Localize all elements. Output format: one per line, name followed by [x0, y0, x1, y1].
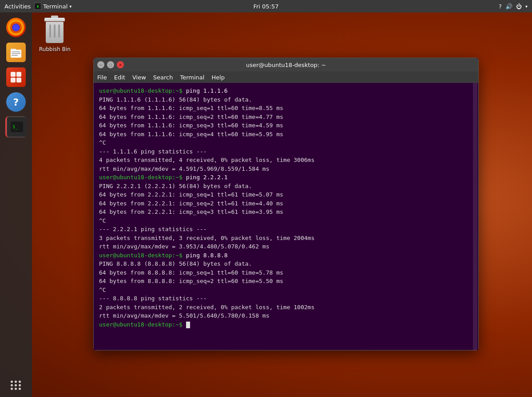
svg-rect-8: [12, 55, 18, 56]
topbar: Activities ▮ Terminal ▾ Fri 05:57 ? 🔊 ⏻ …: [0, 0, 532, 12]
window-controls: ─ □ ✕: [97, 61, 124, 68]
maximize-button[interactable]: □: [107, 61, 114, 68]
files-icon: [6, 43, 26, 62]
terminal-line-26: 2 packets transmitted, 2 received, 0% pa…: [99, 303, 473, 312]
activities-button[interactable]: Activities: [4, 3, 31, 10]
terminal-titlebar: ─ □ ✕ user@ubuntu18-desktop: ~: [94, 58, 478, 71]
app-menu-label: Terminal: [43, 3, 67, 10]
topbar-right: ? 🔊 ⏻ ▾: [499, 3, 528, 10]
terminal-line-6: 64 bytes from 1.1.1.6: icmp_seq=4 ttl=60…: [99, 130, 473, 139]
terminal-app-icon: ▮: [34, 3, 41, 10]
terminal-line-11: user@ubuntu18-desktop:~$ ping 2.2.2.1: [99, 173, 473, 182]
show-apps-button[interactable]: [11, 381, 21, 390]
terminal-line-16: ^C: [99, 216, 473, 225]
menu-view[interactable]: View: [132, 74, 146, 81]
svg-rect-7: [12, 53, 20, 54]
menu-search[interactable]: Search: [153, 74, 173, 81]
sidebar-item-firefox[interactable]: [5, 17, 27, 38]
terminal-title: user@ubuntu18-desktop: ~: [246, 62, 326, 68]
svg-text:$_: $_: [12, 124, 18, 130]
terminal-line-13: 64 bytes from 2.2.2.1: icmp_seq=1 ttl=61…: [99, 190, 473, 199]
volume-icon[interactable]: 🔊: [505, 3, 512, 10]
terminal-line-9: 4 packets transmitted, 4 received, 0% pa…: [99, 156, 473, 165]
terminal-line-23: 64 bytes from 8.8.8.8: icmp_seq=2 ttl=60…: [99, 277, 473, 286]
svg-rect-6: [12, 51, 20, 52]
terminal-line-17: --- 2.2.2.1 ping statistics ---: [99, 225, 473, 234]
terminal-line-2: PING 1.1.1.6 (1.1.1.6) 56(84) bytes of d…: [99, 95, 473, 104]
rubbish-bin-icon: [42, 18, 67, 44]
terminal-line-10: rtt min/avg/max/mdev = 4.591/5.969/8.559…: [99, 165, 473, 173]
bin-body: [46, 22, 64, 43]
svg-rect-12: [16, 78, 21, 83]
bin-stripe: [58, 24, 60, 38]
terminal-line-24: ^C: [99, 286, 473, 295]
topbar-clock: Fri 05:57: [253, 3, 278, 10]
svg-rect-9: [11, 72, 16, 77]
power-chevron[interactable]: ▾: [525, 4, 528, 9]
terminal-line-20: user@ubuntu18-desktop:~$ ping 8.8.8.8: [99, 251, 473, 260]
sidebar: ? $_: [0, 12, 32, 397]
terminal-line-22: 64 bytes from 8.8.8.8: icmp_seq=1 ttl=60…: [99, 268, 473, 277]
menu-help[interactable]: Help: [211, 74, 225, 81]
terminal-line-15: 64 bytes from 2.2.2.1: icmp_seq=3 ttl=61…: [99, 208, 473, 216]
sidebar-item-terminal[interactable]: $_: [5, 116, 27, 138]
svg-rect-10: [16, 72, 21, 77]
minimize-button[interactable]: ─: [97, 61, 104, 68]
terminal-last-line: user@ubuntu18-desktop:~$: [99, 320, 473, 329]
terminal-cursor: [186, 322, 190, 328]
appstore-icon: [6, 67, 26, 87]
terminal-line-4: 64 bytes from 1.1.1.6: icmp_seq=2 ttl=60…: [99, 113, 473, 122]
terminal-line-8: --- 1.1.1.6 ping statistics ---: [99, 147, 473, 156]
bin-lid: [44, 18, 65, 21]
terminal-line-3: 64 bytes from 1.1.1.6: icmp_seq=1 ttl=60…: [99, 104, 473, 113]
question-icon[interactable]: ?: [499, 3, 502, 10]
terminal-line-7: ^C: [99, 138, 473, 147]
sidebar-item-appstore[interactable]: [5, 67, 27, 88]
topbar-left: Activities ▮ Terminal ▾: [4, 3, 71, 10]
close-button[interactable]: ✕: [117, 61, 124, 68]
apps-grid-icon: [11, 381, 21, 390]
terminal-body[interactable]: user@ubuntu18-desktop:~$ ping 1.1.1.6 PI…: [94, 83, 478, 350]
terminal-line-21: PING 8.8.8.8 (8.8.8.8) 56(84) bytes of d…: [99, 259, 473, 268]
last-prompt: user@ubuntu18-desktop:~$: [99, 321, 186, 328]
sidebar-item-files[interactable]: [5, 42, 27, 63]
terminal-line-12: PING 2.2.2.1 (2.2.2.1) 56(84) bytes of d…: [99, 182, 473, 191]
svg-rect-11: [11, 78, 16, 83]
rubbish-bin-label: Rubbish Bin: [39, 46, 71, 52]
rubbish-bin[interactable]: Rubbish Bin: [39, 18, 71, 52]
terminal-window: ─ □ ✕ user@ubuntu18-desktop: ~ File Edit…: [93, 58, 479, 350]
terminal-line-25: --- 8.8.8.8 ping statistics ---: [99, 294, 473, 303]
terminal-scrollbar[interactable]: [473, 83, 477, 350]
menu-edit[interactable]: Edit: [114, 74, 125, 81]
help-icon: ?: [6, 92, 26, 112]
terminal-line-18: 3 packets transmitted, 3 received, 0% pa…: [99, 234, 473, 243]
terminal-line-27: rtt min/avg/max/mdev = 5.501/5.640/5.780…: [99, 311, 473, 320]
terminal-menubar: File Edit View Search Terminal Help: [94, 71, 478, 83]
sidebar-item-help[interactable]: ?: [5, 91, 27, 113]
terminal-line-19: rtt min/avg/max/mdev = 3.953/4.480/5.078…: [99, 242, 473, 251]
terminal-line-14: 64 bytes from 2.2.2.1: icmp_seq=2 ttl=61…: [99, 199, 473, 208]
terminal-line-1: user@ubuntu18-desktop:~$ ping 1.1.1.6: [99, 86, 473, 95]
terminal-sidebar-icon: $_: [7, 117, 27, 137]
app-menu[interactable]: ▮ Terminal ▾: [34, 3, 71, 10]
app-menu-chevron: ▾: [69, 4, 71, 9]
svg-rect-5: [11, 49, 16, 51]
firefox-icon: [6, 18, 26, 37]
menu-file[interactable]: File: [97, 74, 107, 81]
menu-terminal[interactable]: Terminal: [180, 74, 204, 81]
power-icon[interactable]: ⏻: [516, 3, 522, 10]
terminal-line-5: 64 bytes from 1.1.1.6: icmp_seq=3 ttl=60…: [99, 121, 473, 130]
svg-point-3: [13, 24, 19, 31]
